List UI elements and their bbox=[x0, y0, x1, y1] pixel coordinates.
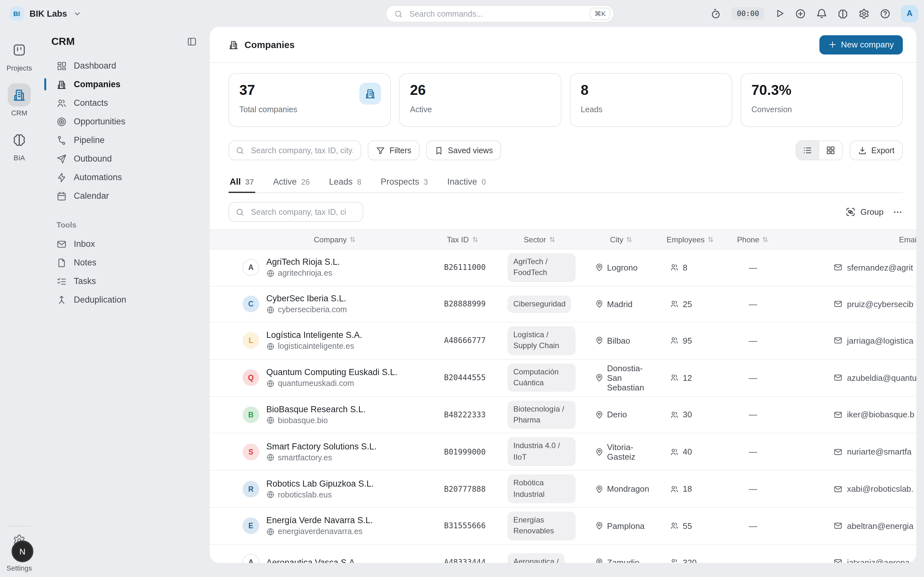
sidebar-item-contacts[interactable]: Contacts bbox=[39, 93, 210, 112]
more-options-button[interactable] bbox=[893, 207, 903, 217]
tab-inactive[interactable]: Inactive0 bbox=[446, 174, 487, 192]
company-search[interactable] bbox=[228, 140, 361, 160]
column-header-employees[interactable]: Employees bbox=[658, 235, 722, 244]
sidebar-item-label: Pipeline bbox=[74, 135, 105, 145]
company-name[interactable]: Quantum Computing Euskadi S.L. bbox=[266, 367, 397, 377]
company-avatar: Q bbox=[242, 369, 259, 386]
help-icon[interactable] bbox=[880, 8, 891, 19]
plus-circle-icon[interactable] bbox=[795, 8, 806, 19]
sidebar-item-label: Notes bbox=[74, 258, 97, 268]
users-icon bbox=[670, 373, 679, 382]
checklist-icon bbox=[57, 276, 67, 286]
column-header-city[interactable]: City bbox=[585, 235, 658, 244]
globe-icon bbox=[266, 416, 275, 425]
filters-button[interactable]: Filters bbox=[368, 140, 420, 160]
table-row[interactable]: EEnergía Verde Navarra S.L.energiaverden… bbox=[210, 508, 916, 545]
column-header-company[interactable]: Company bbox=[210, 235, 431, 244]
saved-views-button[interactable]: Saved views bbox=[426, 140, 501, 160]
tab-prospects[interactable]: Prospects3 bbox=[379, 174, 429, 192]
funnel-icon bbox=[376, 146, 385, 155]
company-name[interactable]: BioBasque Research S.L. bbox=[266, 405, 365, 414]
phone-cell: — bbox=[722, 521, 783, 531]
company-avatar: R bbox=[242, 480, 259, 497]
tax-id: A48666777 bbox=[431, 336, 495, 345]
company-name[interactable]: Energía Verde Navarra S.L. bbox=[266, 516, 373, 525]
table-row[interactable]: CCyberSec Iberia S.L.cyberseciberia.comB… bbox=[210, 287, 916, 322]
profile-avatar[interactable]: N bbox=[11, 540, 33, 562]
user-avatar[interactable]: A bbox=[901, 5, 918, 22]
sidebar-item-tasks[interactable]: Tasks bbox=[39, 272, 210, 290]
rail-item-projects[interactable]: Projects bbox=[6, 39, 32, 72]
bell-icon[interactable] bbox=[816, 8, 827, 19]
building-icon bbox=[359, 83, 381, 105]
tab-leads[interactable]: Leads8 bbox=[328, 174, 363, 192]
building-icon bbox=[8, 83, 31, 106]
settings-label[interactable]: Settings bbox=[6, 564, 32, 572]
sidebar-item-dashboard[interactable]: Dashboard bbox=[39, 56, 210, 75]
workspace-name[interactable]: BIK Labs bbox=[29, 9, 67, 18]
group-button[interactable]: Group bbox=[846, 207, 884, 217]
brain-icon[interactable] bbox=[837, 8, 848, 19]
command-search-input[interactable] bbox=[408, 9, 590, 19]
globe-icon bbox=[266, 490, 275, 499]
sidebar-item-deduplication[interactable]: Deduplication bbox=[39, 290, 210, 309]
new-company-button[interactable]: New company bbox=[819, 35, 903, 54]
tab-all[interactable]: All37 bbox=[228, 174, 255, 192]
rail-item-crm[interactable]: CRM bbox=[8, 83, 31, 117]
company-name[interactable]: Robotics Lab Gipuzkoa S.L. bbox=[266, 479, 374, 488]
sidebar-item-outbound[interactable]: Outbound bbox=[39, 149, 210, 168]
gear-icon[interactable] bbox=[859, 8, 869, 19]
play-icon[interactable] bbox=[774, 8, 785, 19]
mail-icon bbox=[834, 410, 843, 419]
column-header-taxid[interactable]: Tax ID bbox=[431, 235, 495, 244]
column-header-sector[interactable]: Sector bbox=[495, 235, 585, 244]
employees-cell: 40 bbox=[658, 447, 722, 456]
sidebar-item-automations[interactable]: Automations bbox=[39, 168, 210, 187]
company-search-input[interactable] bbox=[250, 145, 354, 155]
column-header-email[interactable]: Email bbox=[783, 235, 916, 244]
sector-badge: Computación Cuántica bbox=[507, 363, 575, 392]
table-search[interactable] bbox=[228, 202, 363, 222]
table-row[interactable]: QQuantum Computing Euskadi S.L.quantumeu… bbox=[210, 359, 916, 396]
column-header-phone[interactable]: Phone bbox=[722, 235, 783, 244]
company-avatar: E bbox=[242, 518, 259, 534]
company-name[interactable]: CyberSec Iberia S.L. bbox=[266, 294, 347, 303]
tab-active[interactable]: Active26 bbox=[272, 174, 311, 192]
pipeline-icon bbox=[57, 135, 67, 145]
workspace-badge[interactable]: BI bbox=[10, 6, 24, 21]
list-view-button[interactable] bbox=[796, 141, 819, 160]
stat-value: 26 bbox=[410, 82, 551, 99]
collapse-panel-icon[interactable] bbox=[187, 37, 197, 47]
sidebar-item-pipeline[interactable]: Pipeline bbox=[39, 131, 210, 149]
grid-view-button[interactable] bbox=[819, 141, 843, 160]
command-search[interactable]: ⌘K bbox=[386, 5, 614, 23]
sidebar-item-opportunities[interactable]: Opportunities bbox=[39, 112, 210, 131]
table-row[interactable]: LLogística Inteligente S.A.logisticainte… bbox=[210, 322, 916, 359]
table-row[interactable]: AAgriTech Rioja S.L.agritechrioja.esB261… bbox=[210, 250, 916, 287]
merge-icon bbox=[57, 295, 67, 305]
email-cell: pruiz@cybersecib bbox=[783, 300, 916, 309]
table-row[interactable]: SSmart Factory Solutions S.L.smartfactor… bbox=[210, 434, 916, 471]
phone-cell: — bbox=[722, 484, 783, 494]
rail-item-bia[interactable]: BIA bbox=[8, 128, 31, 161]
mail-icon bbox=[834, 263, 843, 272]
company-name[interactable]: Smart Factory Solutions S.L. bbox=[266, 442, 376, 451]
export-button[interactable]: Export bbox=[850, 140, 903, 160]
sidebar-item-companies[interactable]: Companies bbox=[39, 75, 210, 93]
map-pin-icon bbox=[595, 558, 604, 563]
company-name[interactable]: AgriTech Rioja S.L. bbox=[266, 258, 340, 267]
sidebar-item-inbox[interactable]: Inbox bbox=[39, 235, 210, 253]
sidebar-item-calendar[interactable]: Calendar bbox=[39, 187, 210, 205]
table-search-input[interactable] bbox=[250, 207, 356, 217]
stopwatch-icon[interactable] bbox=[711, 8, 722, 19]
chevron-down-icon[interactable] bbox=[73, 9, 81, 18]
company-name[interactable]: Aeronautica Vasca S.A. bbox=[266, 558, 357, 563]
view-toggle bbox=[796, 140, 843, 160]
table-row[interactable]: RRobotics Lab Gipuzkoa S.L.roboticslab.e… bbox=[210, 471, 916, 508]
sidebar-item-notes[interactable]: Notes bbox=[39, 253, 210, 272]
table-row[interactable]: BBioBasque Research S.L.biobasque.bioB48… bbox=[210, 396, 916, 434]
shortcut-badge: ⌘K bbox=[590, 8, 610, 19]
map-pin-icon bbox=[595, 410, 604, 419]
company-name[interactable]: Logística Inteligente S.A. bbox=[266, 330, 362, 340]
table-row[interactable]: AAeronautica Vasca S.A.A48333444Aeronaut… bbox=[210, 545, 916, 563]
